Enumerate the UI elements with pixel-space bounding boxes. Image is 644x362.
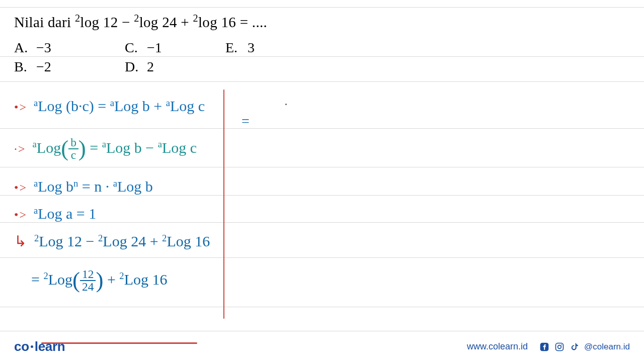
option-d-value: 2	[147, 59, 154, 75]
option-c-value: −1	[147, 40, 162, 56]
option-b-label: B.	[14, 59, 36, 75]
footer: colearn www.colearn.id @colearn.id	[0, 331, 644, 362]
option-a-value: −3	[36, 40, 51, 56]
answer-options: A.−3 B.−2 C.−1 D.2 E.3	[14, 40, 630, 75]
option-c-label: C.	[125, 40, 147, 56]
footer-url: www.colearn.id	[467, 341, 528, 352]
option-b-value: −2	[36, 59, 51, 75]
social-icons: @colearn.id	[539, 341, 630, 352]
option-e-value: 3	[248, 40, 255, 56]
svg-point-2	[558, 345, 561, 348]
svg-rect-1	[556, 343, 564, 350]
handwritten-work: •> aLog (b·c) = aLog b + aLog c ·> aLog(…	[10, 90, 644, 322]
option-d-label: D.	[125, 59, 147, 75]
work-step-2: = 2Log(1224) + 2Log 16	[31, 268, 167, 293]
social-handle: @colearn.id	[584, 342, 630, 352]
rule-quotient: ·> aLog(bc) = aLog b − aLog c	[14, 137, 197, 161]
question-text: Nilai dari 2log 12 − 2log 24 + 2log 16 =…	[14, 14, 630, 31]
svg-point-3	[561, 344, 562, 345]
instagram-icon	[554, 341, 565, 352]
work-step-1: ↳ 2Log 12 − 2Log 24 + 2Log 16	[14, 232, 210, 250]
stray-dot	[285, 104, 287, 105]
right-equals: =	[242, 113, 250, 129]
tiktok-icon	[569, 341, 580, 352]
facebook-icon	[539, 341, 550, 352]
rule-product: •> aLog (b·c) = aLog b + aLog c	[14, 98, 205, 115]
option-a-label: A.	[14, 40, 36, 56]
option-e-label: E.	[225, 40, 248, 56]
rule-identity: •> aLog a = 1	[14, 205, 96, 222]
rule-power: •> aLog bn = n · aLog b	[14, 178, 153, 195]
brand-logo: colearn	[14, 339, 65, 354]
